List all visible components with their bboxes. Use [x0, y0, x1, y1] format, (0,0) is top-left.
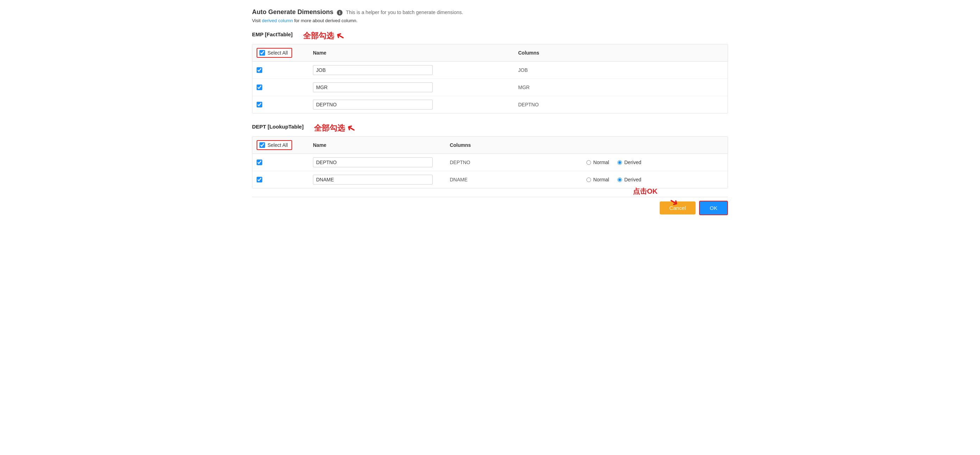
row-check-mgr	[257, 85, 313, 90]
subtext: Visit derived column for more about deri…	[252, 18, 728, 23]
table-row: MGR	[252, 79, 728, 96]
row-name-dname	[313, 175, 450, 185]
checkbox-deptno-emp[interactable]	[257, 102, 262, 107]
arrow-dept: ➜	[345, 120, 358, 136]
radio-normal-dname-label: Normal	[593, 177, 609, 182]
row-name-mgr	[313, 82, 518, 92]
input-job[interactable]	[313, 65, 433, 75]
derived-column-link[interactable]: derived column	[262, 18, 293, 23]
row-columns-mgr: MGR	[518, 85, 723, 90]
emp-select-all-checkbox[interactable]	[259, 50, 265, 56]
emp-table: Select All Name Columns JOB	[252, 44, 728, 113]
row-check-job	[257, 67, 313, 73]
dept-select-all-wrap[interactable]: Select All	[257, 140, 292, 150]
dept-table-header: Select All Name Columns	[252, 137, 728, 154]
checkbox-mgr[interactable]	[257, 85, 262, 90]
input-deptno-emp[interactable]	[313, 100, 433, 110]
row-check-deptno-dept	[257, 160, 313, 165]
emp-table-header: Select All Name Columns	[252, 45, 728, 62]
row-check-dname	[257, 177, 313, 182]
page-title: Auto Generate Dimensions	[252, 8, 333, 16]
input-dname[interactable]	[313, 175, 433, 185]
arrow-emp: ➜	[334, 28, 347, 43]
section-dept-header-row: DEPT [LookupTable] 全部勾选 ➜	[252, 122, 728, 134]
emp-select-all-wrap[interactable]: Select All	[257, 48, 292, 58]
checkbox-job[interactable]	[257, 67, 262, 73]
row-name-deptno-dept	[313, 157, 450, 167]
page-header: Auto Generate Dimensions ℹ This is a hel…	[252, 8, 728, 16]
dept-select-all-label: Select All	[267, 142, 288, 148]
table-row: DEPTNO	[252, 96, 728, 113]
radio-normal-dname[interactable]: Normal	[587, 177, 609, 182]
dept-col-columns-header: Columns	[450, 142, 587, 148]
header-description: This is a helper for you to batch genera…	[346, 10, 463, 15]
radio-derived-deptno[interactable]: Derived	[617, 160, 641, 165]
row-check-deptno-emp	[257, 102, 313, 107]
input-mgr[interactable]	[313, 82, 433, 92]
info-icon[interactable]: ℹ	[337, 10, 342, 16]
section-dept: DEPT [LookupTable] 全部勾选 ➜ Select All Nam…	[252, 122, 728, 188]
annotation-emp: 全部勾选	[303, 30, 334, 41]
radio-derived-dname[interactable]: Derived	[617, 177, 641, 182]
dept-select-all-cell: Select All	[257, 140, 313, 150]
row-name-deptno-emp	[313, 100, 518, 110]
input-deptno-dept[interactable]	[313, 157, 433, 167]
row-columns-deptno-dept: DEPTNO	[450, 160, 587, 165]
checkbox-deptno-dept[interactable]	[257, 160, 262, 165]
radio-derived-deptno-input[interactable]	[617, 160, 622, 165]
emp-col-columns-header: Columns	[518, 50, 723, 56]
row-columns-deptno-emp: DEPTNO	[518, 102, 723, 107]
footer: 点击OK ➜ Cancel OK	[252, 197, 728, 215]
footer-annotation: 点击OK	[633, 187, 657, 196]
section-dept-title: DEPT [LookupTable]	[252, 124, 304, 129]
radio-normal-deptno[interactable]: Normal	[587, 160, 609, 165]
row-type-deptno: Normal Derived	[587, 160, 723, 165]
dept-select-all-checkbox[interactable]	[259, 142, 265, 148]
radio-derived-deptno-label: Derived	[624, 160, 641, 165]
row-name-job	[313, 65, 518, 75]
emp-select-all-label: Select All	[267, 50, 288, 56]
row-columns-job: JOB	[518, 67, 723, 73]
radio-derived-dname-label: Derived	[624, 177, 641, 182]
row-type-dname: Normal Derived	[587, 177, 723, 182]
section-emp-header-row: EMP [FactTable] 全部勾选 ➜	[252, 30, 728, 42]
emp-select-all-cell: Select All	[257, 48, 313, 58]
dept-table: Select All Name Columns DEPTNO	[252, 136, 728, 188]
subtext-prefix: Visit	[252, 18, 262, 23]
table-row: DEPTNO Normal Derived	[252, 154, 728, 171]
radio-normal-deptno-input[interactable]	[587, 160, 591, 165]
radio-normal-dname-input[interactable]	[587, 177, 591, 182]
subtext-suffix: for more about derived column.	[293, 18, 358, 23]
emp-col-name-header: Name	[313, 50, 518, 56]
page-container: Auto Generate Dimensions ℹ This is a hel…	[245, 0, 735, 222]
table-row: JOB	[252, 62, 728, 79]
section-emp-title: EMP [FactTable]	[252, 31, 293, 37]
row-columns-dname: DNAME	[450, 177, 587, 182]
checkbox-dname[interactable]	[257, 177, 262, 182]
ok-button[interactable]: OK	[699, 201, 728, 215]
dept-col-name-header: Name	[313, 142, 450, 148]
radio-normal-deptno-label: Normal	[593, 160, 609, 165]
annotation-dept: 全部勾选	[314, 123, 345, 134]
table-row: DNAME Normal Derived	[252, 171, 728, 188]
section-emp: EMP [FactTable] 全部勾选 ➜ Select All Name C…	[252, 30, 728, 113]
radio-derived-dname-input[interactable]	[617, 177, 622, 182]
